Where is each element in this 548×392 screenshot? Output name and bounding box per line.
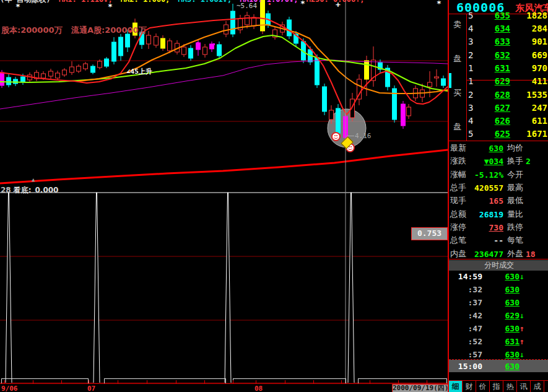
indicator-cursor-value-box: 0.753: [411, 227, 448, 240]
tick-row[interactable]: :37 630: [450, 296, 548, 308]
bid-price[interactable]: 628: [478, 90, 510, 100]
down-arrow-icon: ↓: [520, 350, 528, 359]
axis-tick: [398, 380, 399, 383]
tick-price: 630: [482, 362, 520, 371]
candle-body-up: [203, 47, 207, 54]
candle-body-up: [428, 82, 432, 87]
ask-price[interactable]: 632: [478, 50, 510, 60]
candle-body-up: [245, 15, 250, 25]
axis-tick: [233, 380, 233, 383]
axis-tick: [33, 380, 33, 383]
candle-body-up: [329, 110, 334, 120]
bid-level: 3: [468, 103, 478, 113]
tick-time: 14:59: [450, 272, 482, 281]
down-arrow-icon: ↓: [520, 272, 528, 281]
ask-volume: 284: [510, 24, 547, 33]
candle-body: [287, 20, 292, 36]
tick-row[interactable]: 14:59 630 ↓: [450, 270, 548, 282]
sell-label: 盘: [453, 53, 461, 64]
tick-row[interactable]: 15:00 630: [450, 360, 548, 372]
tick-time: :47: [450, 324, 482, 333]
candle-body: [126, 34, 130, 47]
ask-price[interactable]: 631: [478, 63, 510, 73]
divider: [466, 14, 467, 141]
stat-label: 总笔: [450, 235, 468, 246]
stock-trading-app: (年 自动除权) MA1: 1.118↓, MA2: 1.060, MA3: 1…: [0, 0, 548, 392]
tick-row[interactable]: :32 630: [450, 283, 548, 295]
tick-row[interactable]: :47 630 ↑: [450, 322, 548, 334]
ask-level: 2: [468, 50, 478, 60]
bid-volume: 247: [510, 103, 547, 113]
bid-row[interactable]: 3 627 247: [468, 102, 547, 114]
tick-row[interactable]: :52 631 ↑: [450, 335, 548, 347]
tab-news[interactable]: 讯: [517, 381, 531, 392]
tab-deals[interactable]: 成: [531, 381, 544, 392]
tick-price: 630: [482, 298, 520, 307]
candle-body: [261, 0, 265, 31]
stat-label: 总手: [450, 182, 468, 193]
stat-value-limitup: 730: [468, 223, 503, 232]
tab-price[interactable]: 价: [476, 381, 490, 392]
indicator-number: 28: [1, 186, 11, 194]
stat-value-trades: --: [468, 236, 503, 245]
ask-volume: 901: [510, 37, 547, 46]
bid-row[interactable]: 4 626 611: [468, 115, 547, 127]
axis-tick: [4, 380, 5, 383]
ask-row[interactable]: 1 631 970: [468, 62, 547, 74]
bid-row[interactable]: 2 628 1535: [468, 89, 547, 101]
period-label: (年 自动除权): [0, 0, 51, 4]
ask-level: 4: [468, 24, 478, 33]
ma2-readout: MA2: 1.060,: [121, 0, 170, 4]
down-arrow-icon: ↓: [520, 311, 528, 320]
candle-body: [119, 37, 123, 56]
signal-dot: [269, 3, 271, 5]
indicator-spike: [6, 193, 12, 383]
indicator-spike: [225, 193, 231, 383]
indicator-value: 0.000: [35, 186, 59, 194]
bid-price[interactable]: 627: [478, 103, 510, 113]
ask-row[interactable]: 2 632 669: [468, 49, 547, 61]
stat-row: 总手 420557 最高: [450, 181, 548, 194]
axis-tick: [147, 380, 147, 383]
tab-hot[interactable]: 热: [503, 381, 517, 392]
bid-price[interactable]: 629: [478, 76, 510, 86]
candle-body: [7, 77, 11, 85]
candle-body-up: [154, 37, 159, 45]
tick-price: 631: [482, 337, 520, 346]
tick-row[interactable]: :57 630 ↓: [450, 348, 548, 360]
ask-price[interactable]: 634: [478, 24, 510, 33]
candle-body: [105, 59, 109, 66]
candlestick-chart[interactable]: [0, 0, 448, 392]
indicator-header: 28看底:0.000: [1, 185, 58, 196]
candle-body-up: [407, 107, 411, 116]
tab-finance[interactable]: 财: [463, 381, 476, 392]
tick-time: :57: [450, 350, 482, 359]
share-capital-label: 股本:200000万: [1, 25, 62, 35]
candle-body: [91, 66, 95, 72]
axis-tick: [313, 380, 314, 383]
ask-price[interactable]: 635: [478, 11, 510, 20]
indicator-name: 看底:: [14, 186, 32, 194]
bid-price[interactable]: 626: [478, 116, 510, 126]
candle-body: [315, 58, 320, 85]
high-price-annotation: ~5.64: [237, 2, 257, 10]
ask-price[interactable]: 633: [478, 37, 510, 46]
tab-detail[interactable]: 细: [449, 381, 463, 392]
up-arrow-icon: ↑: [520, 337, 528, 346]
tick-row[interactable]: :42 629 ↓: [450, 309, 548, 321]
bid-price[interactable]: 625: [478, 129, 510, 139]
ask-row[interactable]: 3 633 901: [468, 35, 547, 48]
tab-index[interactable]: 指: [490, 381, 503, 392]
ask-row[interactable]: 4 634 284: [468, 22, 547, 35]
bid-row[interactable]: 5 625 1671: [468, 128, 547, 140]
stat-label: 涨停: [450, 222, 468, 233]
float-a-label: 流通A股:200000万: [71, 25, 147, 35]
axis-tick: [341, 380, 342, 383]
bid-volume: 611: [510, 116, 547, 126]
ask-row[interactable]: 5 635 1828: [468, 9, 547, 22]
stat-row: 涨停 730 跌停: [450, 221, 548, 233]
trend-line: [0, 150, 448, 183]
stat-value-change: ▼034: [468, 157, 503, 166]
candle-body-up: [77, 66, 81, 71]
bid-row[interactable]: 1 629 411: [468, 75, 547, 87]
